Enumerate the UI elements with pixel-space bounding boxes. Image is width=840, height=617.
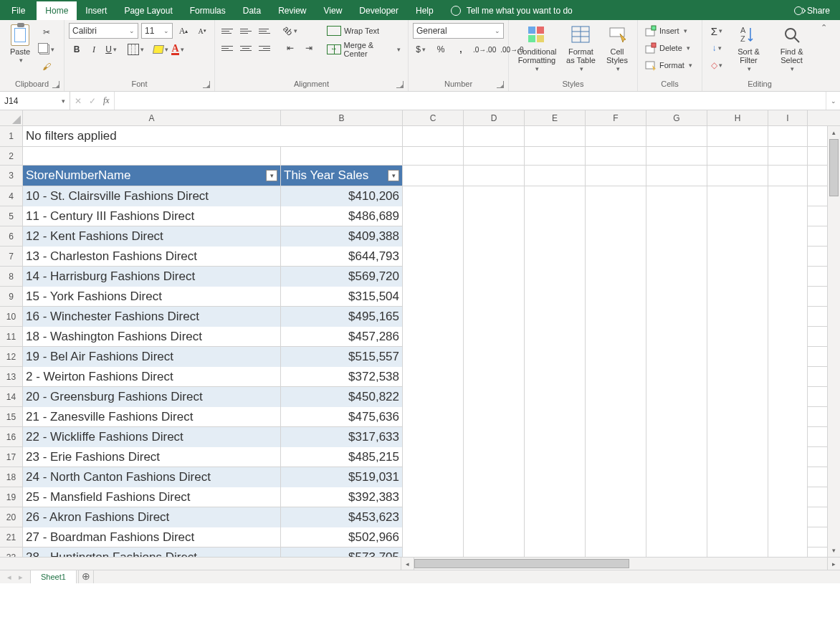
cell[interactable] <box>403 126 464 146</box>
decrease-indent-button[interactable]: ⇤ <box>282 40 298 56</box>
cell[interactable] <box>768 267 808 287</box>
cell[interactable] <box>707 226 768 247</box>
cell[interactable]: 21 - Zanesville Fashions Direct <box>23 407 281 427</box>
cell[interactable]: 23 - Erie Fashions Direct <box>23 447 281 467</box>
cell[interactable] <box>464 186 525 206</box>
delete-cells-button[interactable]: Delete▾ <box>642 40 697 56</box>
comma-button[interactable]: , <box>453 42 469 57</box>
cell[interactable] <box>646 147 707 167</box>
cell[interactable]: $502,966 <box>281 527 403 547</box>
row-header[interactable]: 2 <box>0 147 23 165</box>
cell[interactable] <box>646 247 707 267</box>
cell[interactable] <box>646 206 707 226</box>
cell[interactable] <box>525 487 586 507</box>
font-size-select[interactable]: 11⌄ <box>141 23 173 39</box>
cell[interactable] <box>525 507 586 527</box>
cell[interactable] <box>403 447 464 467</box>
cell[interactable] <box>525 307 586 327</box>
copy-button[interactable]: ▾ <box>39 42 54 57</box>
row-header[interactable]: 16 <box>0 427 23 446</box>
horizontal-scrollbar[interactable]: ◂▸ <box>0 557 840 570</box>
align-bottom-button[interactable] <box>257 23 272 39</box>
tab-review[interactable]: Review <box>269 1 315 20</box>
dialog-launcher-icon[interactable] <box>52 81 59 88</box>
cell[interactable] <box>646 126 707 146</box>
cell[interactable]: 26 - Akron Fashions Direct <box>23 507 281 527</box>
cell[interactable] <box>403 367 464 387</box>
wrap-text-button[interactable]: Wrap Text <box>324 23 404 39</box>
cell[interactable] <box>707 527 768 547</box>
cell[interactable] <box>646 507 707 527</box>
cell[interactable] <box>403 287 464 307</box>
borders-button[interactable]: ▾ <box>128 42 144 57</box>
cell[interactable]: 11 - Century III Fashions Direct <box>23 206 281 226</box>
cell[interactable]: $486,689 <box>281 206 403 226</box>
cell[interactable] <box>586 287 646 307</box>
tab-developer[interactable]: Developer <box>350 1 407 20</box>
tab-insert[interactable]: Insert <box>77 1 115 20</box>
cell[interactable] <box>403 487 464 507</box>
row-header[interactable]: 13 <box>0 367 23 386</box>
cell[interactable] <box>586 307 646 327</box>
underline-button[interactable]: U▾ <box>103 42 119 57</box>
sort-filter-button[interactable]: AZSort & Filter▾ <box>730 23 768 75</box>
cell[interactable]: 15 - York Fashions Direct <box>23 287 281 307</box>
row-header[interactable]: 15 <box>0 407 23 426</box>
share-button[interactable]: Share <box>784 1 840 20</box>
row-header[interactable]: 14 <box>0 387 23 406</box>
cell[interactable] <box>403 186 464 206</box>
align-center-button[interactable] <box>238 40 254 56</box>
orientation-button[interactable]: ab▾ <box>282 23 298 39</box>
fill-color-button[interactable]: ▾ <box>153 42 168 57</box>
cell[interactable] <box>707 166 768 186</box>
font-color-button[interactable]: A▾ <box>170 42 186 57</box>
cell[interactable] <box>586 267 646 287</box>
cell[interactable] <box>768 347 808 367</box>
cell[interactable] <box>525 447 586 467</box>
cell[interactable] <box>403 507 464 527</box>
cell[interactable] <box>768 527 808 547</box>
cell[interactable] <box>707 186 768 206</box>
cell[interactable] <box>768 507 808 527</box>
cell[interactable] <box>525 347 586 367</box>
cell[interactable] <box>768 206 808 226</box>
cell[interactable] <box>464 467 525 487</box>
cell[interactable]: 25 - Mansfield Fashions Direct <box>23 487 281 507</box>
cell[interactable]: 19 - Bel Air Fashions Direct <box>23 347 281 367</box>
cell[interactable] <box>768 147 808 167</box>
cell[interactable] <box>403 347 464 367</box>
cell[interactable] <box>525 287 586 307</box>
cell[interactable] <box>707 126 768 146</box>
autosum-button[interactable]: Σ▾ <box>707 23 727 39</box>
row-header[interactable]: 12 <box>0 347 23 366</box>
column-header[interactable]: H <box>707 110 768 125</box>
column-header[interactable]: A <box>23 110 281 125</box>
tab-formulas[interactable]: Formulas <box>181 1 234 20</box>
cell[interactable]: $457,286 <box>281 327 403 347</box>
cell[interactable]: $392,383 <box>281 487 403 507</box>
cell[interactable] <box>403 166 464 186</box>
prev-sheet-icon[interactable]: ◂ <box>7 573 11 582</box>
cell[interactable] <box>646 166 707 186</box>
scrollbar-thumb[interactable] <box>829 139 839 196</box>
cell[interactable] <box>768 287 808 307</box>
cell[interactable]: $519,031 <box>281 467 403 487</box>
row-header[interactable]: 4 <box>0 186 23 206</box>
cell[interactable]: $475,636 <box>281 407 403 427</box>
cell[interactable] <box>281 147 403 167</box>
fill-button[interactable]: ↓▾ <box>707 40 727 56</box>
accounting-button[interactable]: $▾ <box>413 42 429 57</box>
font-name-select[interactable]: Calibri⌄ <box>69 23 138 39</box>
scrollbar-thumb[interactable] <box>414 559 629 568</box>
cell[interactable] <box>464 126 525 146</box>
row-header[interactable]: 7 <box>0 247 23 266</box>
cell[interactable] <box>586 147 646 167</box>
cell[interactable] <box>646 407 707 427</box>
cell[interactable] <box>586 126 646 146</box>
cell[interactable] <box>646 427 707 447</box>
cell[interactable] <box>464 407 525 427</box>
cell[interactable] <box>464 487 525 507</box>
collapse-ribbon-button[interactable]: ⌃ <box>817 20 830 91</box>
cell[interactable] <box>464 226 525 247</box>
column-header[interactable]: G <box>646 110 707 125</box>
